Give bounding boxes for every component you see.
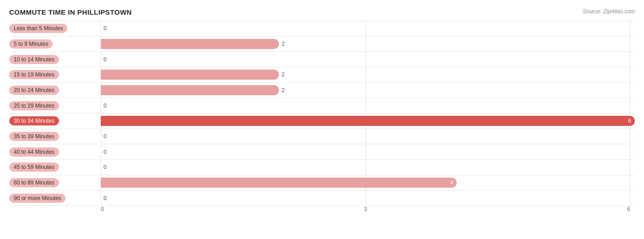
- bar-track: 2: [101, 39, 635, 49]
- bar-label-col: Less than 5 Minutes: [9, 24, 101, 33]
- bar-value: 0: [104, 103, 107, 109]
- bar-row: 40 to 44 Minutes0: [9, 144, 635, 160]
- bar-label-col: 15 to 19 Minutes: [9, 70, 101, 79]
- bar-label-pill: 5 to 9 Minutes: [9, 39, 53, 49]
- bar-label-col: 60 to 89 Minutes: [9, 178, 101, 187]
- bar-label-col: 35 to 39 Minutes: [9, 132, 101, 141]
- bar-value: 6: [628, 118, 631, 124]
- chart-area: Less than 5 Minutes05 to 9 Minutes210 to…: [9, 21, 635, 217]
- bar-row: 5 to 9 Minutes2: [9, 37, 635, 52]
- bar-label-col: 5 to 9 Minutes: [9, 39, 101, 49]
- bar-value: 4: [450, 179, 453, 186]
- bar-track: 0: [101, 193, 635, 203]
- bar-value: 0: [104, 149, 107, 155]
- bar-row: 25 to 29 Minutes0: [9, 98, 635, 114]
- bar-label-col: 25 to 29 Minutes: [9, 101, 101, 110]
- bar-row: 90 or more Minutes0: [9, 190, 635, 206]
- bar-value: 0: [104, 25, 107, 32]
- bar-track: 6: [101, 116, 635, 126]
- bar-row: Less than 5 Minutes0: [9, 21, 635, 37]
- bars-area: Less than 5 Minutes05 to 9 Minutes210 to…: [9, 21, 635, 206]
- bar-fill: 6: [101, 116, 635, 126]
- bar-label-pill: 25 to 29 Minutes: [9, 101, 59, 110]
- bar-label-col: 10 to 14 Minutes: [9, 55, 101, 64]
- bar-track: 0: [101, 131, 635, 141]
- bar-fill: 4: [101, 178, 457, 188]
- bar-track: 0: [101, 162, 635, 172]
- x-axis-tick: 0: [101, 206, 104, 212]
- bar-row: 15 to 19 Minutes2: [9, 67, 635, 83]
- bar-label-col: 30 to 34 Minutes: [9, 116, 101, 125]
- bar-track: 0: [101, 101, 635, 111]
- bar-label-col: 90 or more Minutes: [9, 194, 101, 203]
- bar-track: 0: [101, 23, 635, 33]
- bar-label-pill: 20 to 24 Minutes: [9, 86, 59, 95]
- bar-track: 4: [101, 178, 635, 188]
- bar-value: 2: [282, 87, 285, 93]
- bar-label-pill: 45 to 59 Minutes: [9, 163, 59, 172]
- bar-row: 35 to 39 Minutes0: [9, 129, 635, 145]
- bar-row: 60 to 89 Minutes4: [9, 175, 635, 191]
- bar-value: 2: [282, 41, 285, 47]
- bar-value: 0: [104, 56, 107, 63]
- bar-row: 20 to 24 Minutes2: [9, 83, 635, 98]
- bar-label-col: 45 to 59 Minutes: [9, 163, 101, 172]
- bar-track: 2: [101, 85, 635, 95]
- bar-value: 0: [104, 195, 107, 201]
- bar-value: 0: [104, 164, 107, 170]
- bar-fill: [101, 70, 279, 80]
- chart-header: COMMUTE TIME IN PHILLIPSTOWN Source: Zip…: [9, 8, 635, 16]
- bar-row: 30 to 34 Minutes6: [9, 114, 635, 129]
- bar-value: 2: [282, 71, 285, 78]
- bar-label-pill: 90 or more Minutes: [9, 194, 65, 203]
- x-axis-tick: 6: [627, 206, 630, 212]
- bar-row: 45 to 59 Minutes0: [9, 160, 635, 175]
- bar-label-pill: 60 to 89 Minutes: [9, 178, 59, 187]
- bar-label-col: 20 to 24 Minutes: [9, 86, 101, 95]
- bar-value: 0: [104, 133, 107, 140]
- bar-label-pill: 15 to 19 Minutes: [9, 70, 59, 79]
- x-axis-tick: 3: [364, 206, 367, 212]
- chart-source: Source: ZipAtlas.com: [583, 8, 635, 15]
- bar-label-pill: 30 to 34 Minutes: [9, 116, 59, 125]
- bar-label-pill: 10 to 14 Minutes: [9, 55, 59, 64]
- bar-fill: [101, 39, 279, 49]
- bar-label-pill: Less than 5 Minutes: [9, 24, 67, 33]
- chart-title: COMMUTE TIME IN PHILLIPSTOWN: [9, 8, 132, 16]
- bar-label-col: 40 to 44 Minutes: [9, 147, 101, 157]
- bar-row: 10 to 14 Minutes0: [9, 52, 635, 67]
- x-axis: 036: [101, 206, 630, 217]
- bar-track: 0: [101, 147, 635, 157]
- bar-fill: [101, 85, 279, 95]
- bar-track: 0: [101, 54, 635, 65]
- bar-track: 2: [101, 70, 635, 80]
- bar-label-pill: 35 to 39 Minutes: [9, 132, 59, 141]
- bar-label-pill: 40 to 44 Minutes: [9, 147, 59, 157]
- chart-container: COMMUTE TIME IN PHILLIPSTOWN Source: Zip…: [0, 0, 644, 239]
